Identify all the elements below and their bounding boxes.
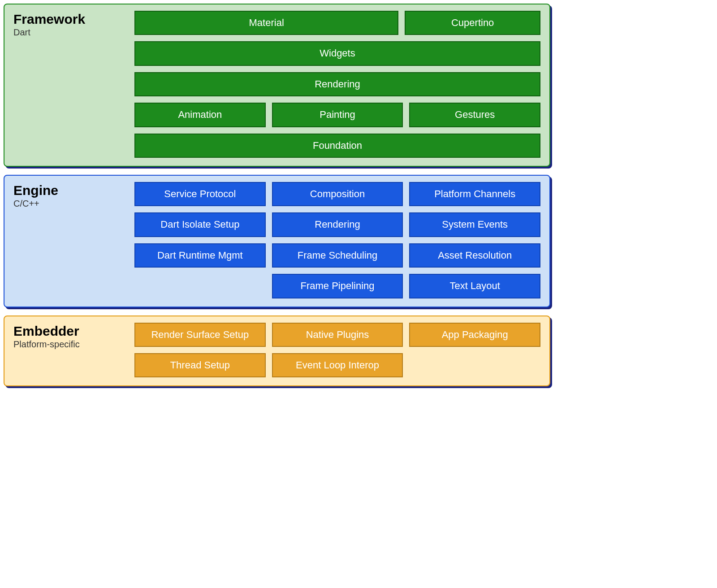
layer-embedder-body: Render Surface Setup Native Plugins App …: [134, 323, 540, 378]
block-material: Material: [134, 11, 398, 35]
block-animation: Animation: [134, 103, 266, 127]
framework-row-4: Foundation: [134, 134, 540, 158]
architecture-diagram: Framework Dart Material Cupertino Widget…: [4, 4, 550, 386]
framework-row-1: Widgets: [134, 41, 540, 65]
block-widgets: Widgets: [134, 41, 540, 65]
block-event-loop-interop: Event Loop Interop: [272, 353, 403, 377]
block-render-surface-setup: Render Surface Setup: [134, 323, 266, 347]
block-dart-isolate-setup: Dart Isolate Setup: [134, 212, 266, 237]
block-dart-runtime-mgmt: Dart Runtime Mgmt: [134, 243, 266, 268]
block-thread-setup: Thread Setup: [134, 353, 266, 377]
block-native-plugins: Native Plugins: [272, 323, 403, 347]
block-system-events: System Events: [409, 212, 540, 237]
layer-framework-body: Material Cupertino Widgets Rendering Ani…: [134, 11, 540, 158]
block-app-packaging: App Packaging: [409, 323, 540, 347]
embedder-row-0: Render Surface Setup Native Plugins App …: [134, 323, 540, 347]
block-frame-pipelining: Frame Pipelining: [272, 274, 403, 298]
engine-row-3: Frame Pipelining Text Layout: [134, 274, 540, 298]
layer-embedder-title: Embedder: [13, 324, 134, 338]
block-gestures: Gestures: [409, 103, 540, 127]
layer-embedder-subtitle: Platform-specific: [13, 339, 134, 350]
block-text-layout: Text Layout: [409, 274, 540, 298]
layer-framework: Framework Dart Material Cupertino Widget…: [4, 4, 550, 167]
framework-row-0: Material Cupertino: [134, 11, 540, 35]
engine-row-1: Dart Isolate Setup Rendering System Even…: [134, 212, 540, 237]
block-asset-resolution: Asset Resolution: [409, 243, 540, 268]
layer-engine-header: Engine C/C++: [13, 182, 134, 298]
block-composition: Composition: [272, 182, 403, 206]
layer-embedder-header: Embedder Platform-specific: [13, 323, 134, 378]
block-cupertino: Cupertino: [405, 11, 540, 35]
layer-framework-title: Framework: [13, 12, 134, 26]
engine-row-2: Dart Runtime Mgmt Frame Scheduling Asset…: [134, 243, 540, 268]
layer-engine-body: Service Protocol Composition Platform Ch…: [134, 182, 540, 298]
embedder-row-1: Thread Setup Event Loop Interop: [134, 353, 540, 377]
framework-row-2: Rendering: [134, 72, 540, 96]
engine-row-0: Service Protocol Composition Platform Ch…: [134, 182, 540, 206]
layer-framework-subtitle: Dart: [13, 27, 134, 38]
block-platform-channels: Platform Channels: [409, 182, 540, 206]
layer-engine-title: Engine: [13, 183, 134, 198]
block-engine-rendering: Rendering: [272, 212, 403, 237]
block-foundation: Foundation: [134, 134, 540, 158]
layer-embedder: Embedder Platform-specific Render Surfac…: [4, 316, 550, 387]
block-rendering: Rendering: [134, 72, 540, 96]
layer-engine-subtitle: C/C++: [13, 199, 134, 209]
layer-engine: Engine C/C++ Service Protocol Compositio…: [4, 175, 550, 307]
block-painting: Painting: [272, 103, 403, 127]
layer-framework-header: Framework Dart: [13, 11, 134, 158]
framework-row-3: Animation Painting Gestures: [134, 103, 540, 127]
block-frame-scheduling: Frame Scheduling: [272, 243, 403, 268]
block-service-protocol: Service Protocol: [134, 182, 266, 206]
